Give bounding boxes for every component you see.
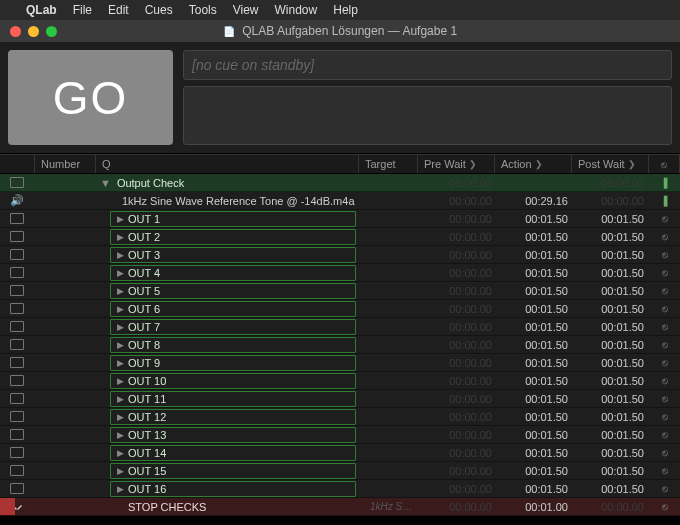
menu-view[interactable]: View xyxy=(233,3,259,17)
prewait-value[interactable]: 00:00.00 xyxy=(422,285,498,297)
prewait-value[interactable]: 00:00.00 xyxy=(422,375,498,387)
postwait-value[interactable]: 00:01.50 xyxy=(574,249,650,261)
cue-name-box[interactable]: ▶OUT 2 xyxy=(110,229,356,245)
group-cue-row[interactable]: ▼Output Check 00:00.00 00:00.00 ❚ xyxy=(0,174,680,192)
prewait-value[interactable]: 00:00.00 xyxy=(422,429,498,441)
disclosure-right-icon[interactable]: ▶ xyxy=(117,268,124,278)
prewait-value[interactable]: 00:00.00 xyxy=(422,501,498,513)
fade-cue-row[interactable]: ▶OUT 1000:00.0000:01.5000:01.50⎋ xyxy=(0,372,680,390)
col-action[interactable]: Action❯ xyxy=(495,155,572,173)
fade-cue-row[interactable]: ▶OUT 1600:00.0000:01.5000:01.50⎋ xyxy=(0,480,680,498)
window-titlebar[interactable]: 📄 QLAB Aufgaben Lösungen — Aufgabe 1 xyxy=(0,20,680,42)
window-close-button[interactable] xyxy=(10,26,21,37)
disclosure-right-icon[interactable]: ▶ xyxy=(117,214,124,224)
col-number[interactable]: Number xyxy=(35,155,96,173)
cue-name-box[interactable]: ▶OUT 7 xyxy=(110,319,356,335)
postwait-value[interactable]: 00:01.50 xyxy=(574,231,650,243)
cue-name-box[interactable]: ▶OUT 6 xyxy=(110,301,356,317)
cue-name-box[interactable]: ▶OUT 15 xyxy=(110,463,356,479)
continue-mode-icon[interactable]: ⎋ xyxy=(662,447,668,458)
continue-mode-icon[interactable]: ⎋ xyxy=(662,429,668,440)
fade-cue-row[interactable]: ▶OUT 900:00.0000:01.5000:01.50⎋ xyxy=(0,354,680,372)
postwait-value[interactable]: 00:00.00 xyxy=(574,195,650,207)
disclosure-right-icon[interactable]: ▶ xyxy=(117,448,124,458)
cue-name-box[interactable]: ▶OUT 10 xyxy=(110,373,356,389)
cue-name-box[interactable]: ▶OUT 9 xyxy=(110,355,356,371)
menu-cues[interactable]: Cues xyxy=(145,3,173,17)
action-value[interactable]: 00:01.50 xyxy=(498,447,574,459)
continue-mode-icon[interactable]: ⎋ xyxy=(662,339,668,350)
fade-cue-row[interactable]: ▶OUT 300:00.0000:01.5000:01.50⎋ xyxy=(0,246,680,264)
prewait-value[interactable]: 00:00.00 xyxy=(422,231,498,243)
prewait-value[interactable]: 00:00.00 xyxy=(422,213,498,225)
action-value[interactable]: 00:01.50 xyxy=(498,267,574,279)
postwait-value[interactable]: 00:01.50 xyxy=(574,357,650,369)
continue-mode-icon[interactable]: ⎋ xyxy=(662,357,668,368)
prewait-value[interactable]: 00:00.00 xyxy=(422,321,498,333)
prewait-value[interactable]: 00:00.00 xyxy=(422,357,498,369)
action-value[interactable]: 00:01.50 xyxy=(498,231,574,243)
fade-cue-row[interactable]: ▶OUT 1200:00.0000:01.5000:01.50⎋ xyxy=(0,408,680,426)
macos-menubar[interactable]: QLab File Edit Cues Tools View Window He… xyxy=(0,0,680,20)
menu-window[interactable]: Window xyxy=(275,3,318,17)
audio-cue-row[interactable]: 🔊 1kHz Sine Wave Reference Tone @ -14dB.… xyxy=(0,192,680,210)
fade-cue-row[interactable]: ▶OUT 500:00.0000:01.5000:01.50⎋ xyxy=(0,282,680,300)
prewait-value[interactable]: 00:00.00 xyxy=(422,465,498,477)
cue-name-box[interactable]: ▶OUT 4 xyxy=(110,265,356,281)
fade-cue-row[interactable]: ▶OUT 1100:00.0000:01.5000:01.50⎋ xyxy=(0,390,680,408)
fade-cue-row[interactable]: ▶OUT 1500:00.0000:01.5000:01.50⎋ xyxy=(0,462,680,480)
postwait-value[interactable]: 00:01.50 xyxy=(574,213,650,225)
col-q[interactable]: Q xyxy=(96,155,359,173)
disclosure-right-icon[interactable]: ▶ xyxy=(117,412,124,422)
action-value[interactable]: 00:01.50 xyxy=(498,465,574,477)
cue-list[interactable]: ▼Output Check 00:00.00 00:00.00 ❚ 🔊 1kHz… xyxy=(0,174,680,516)
postwait-value[interactable]: 00:01.50 xyxy=(574,267,650,279)
continue-mode-icon[interactable]: ⎋ xyxy=(662,393,668,404)
continue-mode-icon[interactable]: ❚ xyxy=(661,194,670,207)
fade-cue-row[interactable]: ▶OUT 100:00.0000:01.5000:01.50⎋ xyxy=(0,210,680,228)
postwait-value[interactable]: 00:01.50 xyxy=(574,429,650,441)
app-menu[interactable]: QLab xyxy=(26,3,57,17)
action-value[interactable]: 00:29.16 xyxy=(498,195,574,207)
fade-cue-row[interactable]: ▶OUT 1300:00.0000:01.5000:01.50⎋ xyxy=(0,426,680,444)
disclosure-right-icon[interactable]: ▶ xyxy=(117,304,124,314)
continue-mode-icon[interactable]: ⎋ xyxy=(662,411,668,422)
action-value[interactable]: 00:01.50 xyxy=(498,321,574,333)
action-value[interactable]: 00:01.50 xyxy=(498,357,574,369)
continue-mode-icon[interactable]: ⎋ xyxy=(662,501,668,512)
disclosure-right-icon[interactable]: ▶ xyxy=(117,232,124,242)
postwait-value[interactable]: 00:01.50 xyxy=(574,321,650,333)
cue-name-box[interactable]: ▶OUT 5 xyxy=(110,283,356,299)
target-value[interactable]: 1kHz S… xyxy=(364,501,422,512)
disclosure-right-icon[interactable]: ▶ xyxy=(117,340,124,350)
postwait-value[interactable]: 00:01.50 xyxy=(574,447,650,459)
cue-name-box[interactable]: ▶OUT 16 xyxy=(110,481,356,497)
postwait-value[interactable]: 00:01.50 xyxy=(574,483,650,495)
continue-mode-icon[interactable]: ⎋ xyxy=(662,483,668,494)
action-value[interactable]: 00:01.00 xyxy=(498,501,574,513)
disclosure-right-icon[interactable]: ▶ xyxy=(117,430,124,440)
continue-mode-icon[interactable]: ⎋ xyxy=(662,231,668,242)
postwait-value[interactable]: 00:01.50 xyxy=(574,285,650,297)
disclosure-right-icon[interactable]: ▶ xyxy=(117,322,124,332)
cue-name-box[interactable]: ▶OUT 11 xyxy=(110,391,356,407)
standby-cue-display[interactable]: [no cue on standby] xyxy=(183,50,672,80)
postwait-value[interactable]: 00:01.50 xyxy=(574,393,650,405)
menu-file[interactable]: File xyxy=(73,3,92,17)
menu-help[interactable]: Help xyxy=(333,3,358,17)
continue-mode-icon[interactable]: ⎋ xyxy=(662,249,668,260)
postwait-value[interactable]: 00:01.50 xyxy=(574,411,650,423)
action-value[interactable]: 00:01.50 xyxy=(498,249,574,261)
action-value[interactable]: 00:01.50 xyxy=(498,339,574,351)
action-value[interactable]: 00:01.50 xyxy=(498,429,574,441)
postwait-value[interactable]: 00:01.50 xyxy=(574,339,650,351)
continue-mode-icon[interactable]: ⎋ xyxy=(662,213,668,224)
prewait-value[interactable]: 00:00.00 xyxy=(422,303,498,315)
col-continue[interactable]: ⎋ xyxy=(649,155,680,173)
postwait-value[interactable]: 00:00.00 xyxy=(574,501,650,513)
prewait-value[interactable]: 00:00.00 xyxy=(422,393,498,405)
continue-mode-icon[interactable]: ⎋ xyxy=(662,465,668,476)
disclosure-right-icon[interactable]: ▶ xyxy=(117,358,124,368)
fade-cue-row[interactable]: ▶OUT 200:00.0000:01.5000:01.50⎋ xyxy=(0,228,680,246)
disclosure-right-icon[interactable]: ▶ xyxy=(117,484,124,494)
